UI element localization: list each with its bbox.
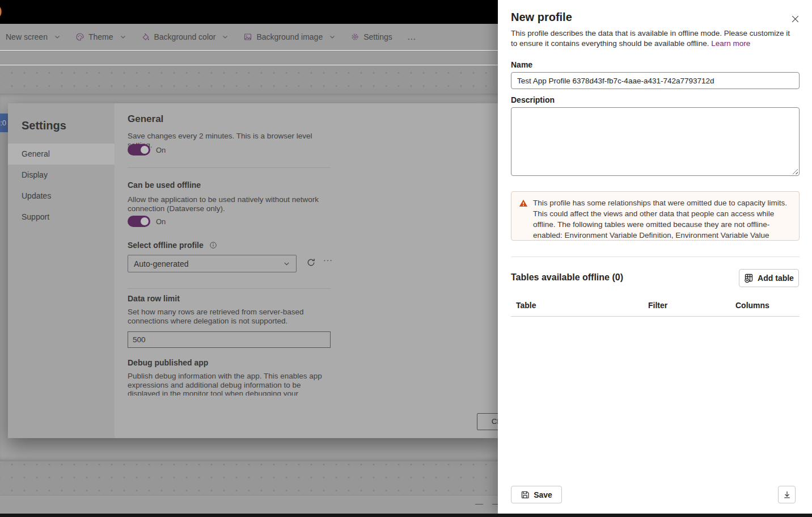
profile-description-textarea[interactable] bbox=[511, 107, 800, 176]
overflow-menu-button[interactable]: … bbox=[407, 32, 417, 42]
panel-description: This profile describes the data that is … bbox=[511, 28, 794, 49]
add-table-icon bbox=[744, 273, 754, 283]
offline-profile-label: Select offline profile bbox=[128, 241, 217, 250]
warning-icon bbox=[519, 199, 528, 208]
background-color-label: Background color bbox=[154, 32, 216, 41]
divider bbox=[128, 167, 331, 168]
offline-description: Allow the application to be used nativel… bbox=[128, 195, 331, 213]
zoom-out-control[interactable]: — bbox=[475, 499, 483, 508]
new-profile-panel: New profile This profile describes the d… bbox=[498, 0, 812, 514]
settings-nav: General Display Updates Support bbox=[8, 144, 115, 228]
settings-nav-updates[interactable]: Updates bbox=[8, 186, 115, 207]
warning-message-bar: This profile has some relationships that… bbox=[511, 191, 800, 241]
row-limit-description: Set how many rows are retrieved from ser… bbox=[128, 308, 320, 326]
settings-dialog-title: Settings bbox=[22, 119, 66, 132]
name-label: Name bbox=[511, 60, 532, 69]
divider bbox=[511, 257, 800, 257]
save-button[interactable]: Save bbox=[511, 486, 562, 503]
background-image-button[interactable]: Background image bbox=[243, 32, 336, 41]
autosave-toggle[interactable] bbox=[128, 144, 150, 155]
row-limit-input[interactable] bbox=[128, 331, 331, 348]
offline-toggle-state: On bbox=[156, 217, 166, 226]
offline-profile-value: Auto-generated bbox=[134, 259, 283, 268]
settings-label: Settings bbox=[363, 32, 392, 41]
offline-profile-dropdown[interactable]: Auto-generated bbox=[128, 255, 297, 272]
background-color-button[interactable]: Background color bbox=[141, 32, 229, 41]
offline-heading: Can be used offline bbox=[128, 180, 201, 190]
app-window: ) New screen Theme Background color bbox=[0, 0, 812, 517]
download-button[interactable] bbox=[778, 486, 796, 503]
save-icon bbox=[521, 490, 530, 499]
settings-dialog: Settings General Display Updates Support… bbox=[8, 103, 500, 438]
download-icon bbox=[783, 490, 792, 499]
theme-button[interactable]: Theme bbox=[75, 32, 126, 41]
zoom-control-clipped[interactable]: — bbox=[492, 499, 498, 508]
theme-label: Theme bbox=[88, 32, 113, 41]
resize-handle[interactable] bbox=[792, 169, 798, 174]
new-screen-label: New screen bbox=[6, 32, 48, 41]
settings-nav-support[interactable]: Support bbox=[8, 207, 115, 228]
description-label: Description bbox=[511, 95, 555, 104]
refresh-icon[interactable] bbox=[306, 258, 316, 267]
theme-palette-icon bbox=[75, 32, 84, 41]
info-icon[interactable] bbox=[209, 241, 217, 249]
status-bar: — — bbox=[0, 495, 498, 514]
add-table-button[interactable]: Add table bbox=[739, 269, 799, 287]
debug-heading: Debug published app bbox=[128, 358, 208, 367]
chevron-down-icon bbox=[329, 33, 336, 40]
offline-toggle[interactable] bbox=[128, 216, 150, 227]
paint-bucket-icon bbox=[141, 32, 150, 41]
debug-description: Publish debug information with the app. … bbox=[128, 372, 333, 396]
learn-more-link[interactable]: Learn more bbox=[711, 39, 750, 48]
divider bbox=[128, 288, 331, 289]
bottom-strip bbox=[0, 514, 812, 517]
profile-name-input[interactable] bbox=[511, 72, 800, 89]
settings-button[interactable]: Settings bbox=[350, 32, 392, 41]
column-header-columns: Columns bbox=[735, 301, 769, 310]
save-label: Save bbox=[534, 490, 552, 499]
tables-available-heading: Tables available offline (0) bbox=[511, 272, 623, 283]
image-icon bbox=[243, 32, 252, 41]
settings-dialog-sidebar: Settings General Display Updates Support bbox=[8, 103, 115, 438]
close-icon[interactable] bbox=[789, 13, 801, 24]
column-header-table: Table bbox=[516, 301, 536, 310]
new-screen-button[interactable]: New screen bbox=[6, 32, 61, 41]
general-heading: General bbox=[128, 114, 163, 125]
settings-nav-display[interactable]: Display bbox=[8, 165, 115, 186]
gear-icon bbox=[350, 32, 360, 41]
app-logo: ) bbox=[0, 5, 2, 17]
settings-nav-general[interactable]: General bbox=[8, 144, 115, 165]
warning-text: This profile has some relationships that… bbox=[533, 197, 792, 241]
autosave-toggle-state: On bbox=[156, 146, 166, 154]
column-header-filter: Filter bbox=[648, 301, 667, 310]
chevron-down-icon bbox=[222, 33, 229, 40]
chevron-down-icon bbox=[283, 260, 290, 267]
chevron-down-icon bbox=[120, 33, 126, 40]
chevron-down-icon bbox=[54, 33, 61, 40]
timer-value: 0:0 bbox=[0, 119, 6, 127]
row-limit-heading: Data row limit bbox=[128, 294, 180, 303]
table-header-divider bbox=[511, 316, 800, 317]
add-table-label: Add table bbox=[758, 274, 794, 283]
background-image-label: Background image bbox=[256, 32, 323, 41]
panel-title: New profile bbox=[511, 11, 572, 24]
offline-profile-label-text: Select offline profile bbox=[128, 241, 204, 250]
more-options-button[interactable]: ··· bbox=[323, 255, 333, 264]
